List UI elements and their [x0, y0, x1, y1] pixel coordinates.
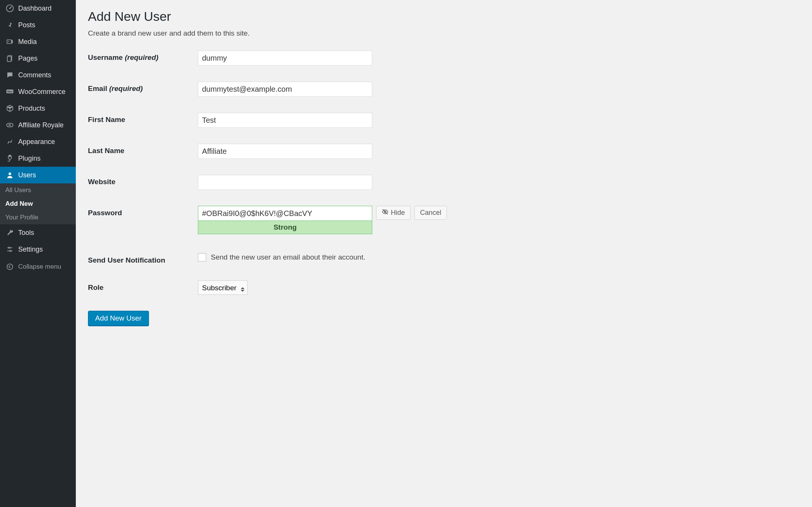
sidebar-item-label: Posts: [18, 21, 35, 29]
sidebar-item-label: WooCommerce: [18, 88, 66, 96]
add-new-user-button[interactable]: Add New User: [88, 311, 149, 326]
products-icon: [5, 104, 14, 113]
submenu-item-your-profile[interactable]: Your Profile: [0, 211, 76, 224]
notify-checkbox[interactable]: [198, 253, 206, 261]
svg-rect-5: [7, 56, 11, 61]
website-label: Website: [88, 175, 198, 186]
user-icon: [5, 171, 14, 180]
email-label: Email (required): [88, 81, 198, 93]
svg-rect-2: [7, 40, 12, 44]
lastname-field[interactable]: [198, 144, 372, 159]
sidebar-item-label: Comments: [18, 71, 51, 79]
sidebar-item-label: Users: [18, 171, 36, 179]
svg-point-11: [10, 250, 11, 252]
main-content: Add New User Create a brand new user and…: [76, 0, 812, 507]
sidebar-item-affiliate-royale[interactable]: Affiliate Royale: [0, 117, 76, 133]
sidebar-item-pages[interactable]: Pages: [0, 50, 76, 67]
svg-point-9: [9, 172, 11, 175]
svg-point-1: [9, 8, 11, 9]
submenu-item-all-users[interactable]: All Users: [0, 183, 76, 197]
submenu-item-add-new[interactable]: Add New: [0, 197, 76, 211]
appearance-icon: [5, 137, 14, 146]
role-select[interactable]: Subscriber: [198, 280, 248, 295]
pages-icon: [5, 54, 14, 63]
collapse-label: Collapse menu: [18, 263, 61, 271]
sidebar-item-label: Products: [18, 105, 45, 113]
comment-icon: [5, 70, 14, 80]
sidebar-item-label: Tools: [18, 229, 34, 237]
svg-point-3: [8, 41, 9, 42]
pushpin-icon: [5, 20, 14, 30]
sidebar-item-comments[interactable]: Comments: [0, 67, 76, 83]
sidebar-item-label: Plugins: [18, 155, 41, 163]
email-field[interactable]: [198, 81, 372, 97]
sidebar-item-label: Settings: [18, 246, 43, 254]
notify-checkbox-label: Send the new user an email about their a…: [211, 253, 365, 261]
sidebar-item-appearance[interactable]: Appearance: [0, 133, 76, 150]
sidebar-item-posts[interactable]: Posts: [0, 17, 76, 33]
website-field[interactable]: [198, 175, 372, 190]
lastname-label: Last Name: [88, 144, 198, 155]
woocommerce-icon: Woo: [5, 87, 14, 96]
media-icon: [5, 37, 14, 46]
svg-point-12: [7, 264, 13, 270]
hide-password-button[interactable]: Hide: [376, 206, 411, 220]
dashboard-icon: [5, 4, 14, 13]
sidebar-item-label: Affiliate Royale: [18, 121, 64, 129]
password-strength-indicator: Strong: [198, 221, 372, 234]
sidebar-item-users[interactable]: Users: [0, 167, 76, 183]
svg-point-10: [9, 247, 10, 248]
settings-icon: [5, 245, 14, 254]
username-label: Username (required): [88, 50, 198, 62]
users-submenu: All Users Add New Your Profile: [0, 183, 76, 224]
firstname-label: First Name: [88, 113, 198, 124]
sidebar-item-label: Pages: [18, 55, 38, 63]
role-label: Role: [88, 280, 198, 292]
password-field[interactable]: [198, 206, 372, 221]
page-title: Add New User: [88, 9, 800, 24]
tools-icon: [5, 228, 14, 237]
sidebar-item-woocommerce[interactable]: Woo WooCommerce: [0, 83, 76, 100]
svg-text:Woo: Woo: [7, 90, 13, 93]
username-field[interactable]: [198, 50, 372, 66]
plugin-icon: [5, 154, 14, 163]
page-description: Create a brand new user and add them to …: [88, 29, 800, 38]
sidebar-item-tools[interactable]: Tools: [0, 224, 76, 241]
sidebar-item-settings[interactable]: Settings: [0, 241, 76, 258]
admin-sidebar: Dashboard Posts Media Pages Comments: [0, 0, 76, 507]
cancel-password-button[interactable]: Cancel: [414, 206, 447, 220]
sidebar-item-label: Media: [18, 38, 37, 46]
collapse-icon: [5, 262, 14, 271]
sidebar-item-media[interactable]: Media: [0, 33, 76, 50]
affiliate-icon: [5, 120, 14, 130]
firstname-field[interactable]: [198, 113, 372, 128]
sidebar-item-dashboard[interactable]: Dashboard: [0, 0, 76, 17]
collapse-menu[interactable]: Collapse menu: [0, 258, 76, 276]
sidebar-item-plugins[interactable]: Plugins: [0, 150, 76, 167]
sidebar-item-label: Dashboard: [18, 5, 52, 13]
password-label: Password: [88, 206, 198, 217]
eye-slash-icon: [382, 208, 389, 217]
sidebar-item-products[interactable]: Products: [0, 100, 76, 117]
notify-label: Send User Notification: [88, 253, 198, 264]
sidebar-item-label: Appearance: [18, 138, 55, 146]
